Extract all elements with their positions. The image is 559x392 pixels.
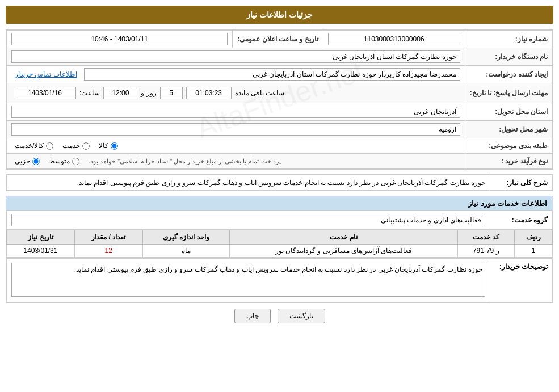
process-jazii-radio[interactable] — [32, 158, 40, 165]
process-motavaset-radio[interactable] — [72, 158, 79, 165]
buyer-notes-label: توصیحات خریدار: — [490, 259, 553, 302]
deadline-time: 12:00 — [103, 87, 137, 99]
category-kala-option[interactable]: کالا — [99, 142, 118, 150]
process-row: پرداخت تمام یا بخشی از مبلغ خریدار محل "… — [7, 154, 465, 169]
deadline-label: مهلت ارسال پاسخ: تا تاریخ: — [465, 83, 552, 103]
deadline-row: 1403/01/16 ساعت: 12:00 روز و 5 01:03:23 … — [7, 83, 465, 103]
category-kala-radio[interactable] — [111, 142, 118, 150]
deadline-time-label: ساعت: — [79, 89, 100, 97]
description-section: شرح کلی نیاز: حوزه نظارت گمرکات آذربایجا… — [6, 174, 553, 191]
process-motavaset-option[interactable]: متوسط — [49, 157, 79, 165]
deadline-remaining-label: ساعت باقی مانده — [235, 89, 285, 97]
col-header-date: تاریخ نیاز — [7, 230, 75, 245]
table-cell: 1403/01/31 — [7, 245, 75, 258]
col-header-radif: ردیف — [515, 230, 553, 245]
col-header-unit: واحد اندازه گیری — [142, 230, 229, 245]
deadline-days-label: روز و — [141, 89, 156, 97]
main-info-section: AltaFinder.net شماره نیاز: 1103000313000… — [6, 29, 553, 170]
category-khadamat-radio[interactable] — [82, 142, 90, 150]
process-label: نوع فرآیند خرید : — [465, 154, 552, 169]
page-wrapper: جزئیات اطلاعات نیاز AltaFinder.net شماره… — [0, 0, 559, 392]
nezaz-number-value: 1103000313000006 — [323, 31, 465, 48]
province-label: استان محل تحویل: — [465, 103, 552, 121]
table-cell: 12 — [74, 245, 142, 258]
services-table: ردیف کد خدمت نام خدمت واحد اندازه گیری ت… — [6, 230, 553, 258]
nezaz-number-label: شماره نیاز: — [465, 31, 552, 48]
description-label: شرح کلی نیاز: — [490, 175, 553, 191]
deadline-days: 5 — [160, 87, 183, 99]
buyer-notes-section: توصیحات خریدار: — [6, 258, 553, 303]
customer-value: حوزه نظارت گمرکات استان اذربایجان غربی — [7, 48, 465, 66]
services-table-container: ردیف کد خدمت نام خدمت واحد اندازه گیری ت… — [6, 230, 553, 258]
city-label: شهر محل تحویل: — [465, 121, 552, 138]
group-value: فعالیت‌های اداری و خدمات پشتیبانی — [7, 211, 490, 230]
print-button[interactable]: چاپ — [234, 309, 271, 323]
contact-link[interactable]: اطلاعات تماس خریدار — [11, 70, 81, 78]
table-cell: ماه — [142, 245, 229, 258]
deadline-remaining: 01:03:23 — [186, 87, 232, 99]
creator-value: محمدرضا مجیدزاده کاربردار حوزه نظارت گمر… — [7, 66, 465, 83]
description-value: حوزه نظارت گمرکات آذربایجان غربی در نظر … — [7, 175, 490, 191]
back-button[interactable]: بازگشت — [278, 309, 325, 323]
info-grid: شماره نیاز: 1103000313000006 تاریخ و ساع… — [6, 30, 553, 169]
button-row: بازگشت چاپ — [6, 309, 553, 323]
col-header-code: کد خدمت — [458, 230, 515, 245]
buyer-notes-textarea[interactable] — [11, 263, 485, 297]
customer-label: نام دستگاه خریدار: — [465, 48, 552, 66]
date-label: تاریخ و ساعت اعلان عمومی: — [233, 31, 323, 48]
col-header-qty: تعداد / مقدار — [74, 230, 142, 245]
table-row: 1ز-79-791فعالیت‌های آژانس‌های مسافرتی و … — [7, 245, 553, 258]
col-header-name: نام خدمت — [229, 230, 457, 245]
category-row: کالا/خدمت خدمت کالا — [7, 138, 465, 154]
category-kala-khadamat-radio[interactable] — [46, 142, 53, 150]
category-kala-khadamat-option[interactable]: کالا/خدمت — [15, 142, 53, 150]
buyer-notes-value — [7, 259, 490, 302]
city-value: ارومیه — [7, 121, 465, 138]
table-cell: فعالیت‌های آژانس‌های مسافرتی و گردانندگا… — [229, 245, 457, 258]
date-value: 1403/01/11 - 10:46 — [7, 31, 233, 48]
services-section-title: اطلاعات خدمات مورد نیاز — [6, 196, 553, 210]
process-jazii-option[interactable]: جزیی — [15, 157, 40, 165]
group-label: گروه خدمت: — [490, 211, 553, 230]
process-note: پرداخت تمام یا بخشی از مبلغ خریدار محل "… — [89, 158, 281, 165]
category-label: طبقه بندی موضوعی: — [465, 138, 552, 154]
page-title: جزئیات اطلاعات نیاز — [6, 6, 553, 24]
province-value: آذربایجان غربی — [7, 103, 465, 121]
deadline-date: 1403/01/16 — [14, 87, 76, 99]
services-section: گروه خدمت: فعالیت‌های اداری و خدمات پشتی… — [6, 210, 553, 258]
table-cell: ز-79-791 — [458, 245, 515, 258]
table-cell: 1 — [515, 245, 553, 258]
category-khadamat-option[interactable]: خدمت — [62, 142, 90, 150]
creator-label: ایجاد کننده درخواست: — [465, 66, 552, 83]
